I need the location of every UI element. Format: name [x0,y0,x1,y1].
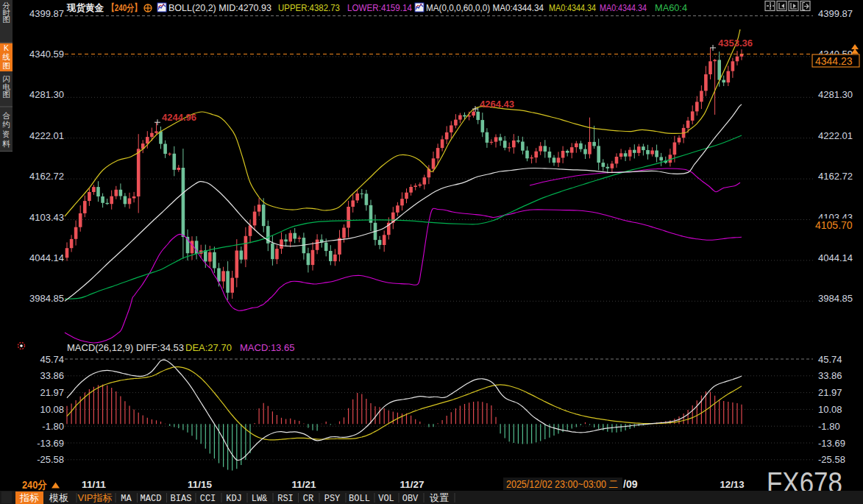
svg-text:33.86: 33.86 [818,370,842,381]
svg-text:【240分】: 【240分】 [107,2,141,13]
svg-text:11/21: 11/21 [292,479,316,490]
svg-text:-1.80: -1.80 [818,421,840,432]
svg-text:-13.69: -13.69 [37,438,64,449]
svg-text:11/15: 11/15 [188,479,212,490]
svg-text:CCI: CCI [200,494,216,504]
svg-text:设置: 设置 [430,492,449,503]
svg-text:现货黄金: 现货黄金 [66,2,104,13]
svg-text:45.74: 45.74 [818,354,842,365]
svg-text:3984.85: 3984.85 [818,293,853,304]
svg-text:10.08: 10.08 [818,404,842,415]
svg-text:图: 图 [2,90,10,99]
svg-text:LOWER:4159.14: LOWER:4159.14 [347,2,412,13]
svg-text:21.97: 21.97 [818,387,842,398]
svg-text:约: 约 [2,120,10,129]
svg-text:4162.72: 4162.72 [818,171,853,182]
svg-text:DEA:27.70: DEA:27.70 [185,342,232,353]
svg-text:11/27: 11/27 [400,479,425,490]
svg-text:/09: /09 [623,478,638,490]
svg-text:VOL: VOL [378,494,394,504]
svg-text:MA: MA [121,494,132,504]
svg-text:4244.96: 4244.96 [162,112,196,123]
svg-text:指标: 指标 [19,492,39,503]
svg-text:33.86: 33.86 [40,370,64,381]
svg-text:2025/12/02 23:00~03:00 二: 2025/12/02 23:00~03:00 二 [506,478,618,490]
svg-text:-1.80: -1.80 [42,421,64,432]
svg-text:线: 线 [2,52,10,61]
svg-text:BOLL(20,2) MID:4270.93: BOLL(20,2) MID:4270.93 [168,2,271,13]
svg-text:LW&: LW& [252,494,268,504]
svg-text:11/11: 11/11 [82,479,106,490]
svg-text:4162.72: 4162.72 [29,171,64,182]
svg-text:4344.23: 4344.23 [815,55,853,67]
svg-text:OBV: OBV [402,494,419,504]
svg-text:PSY: PSY [324,494,341,504]
svg-text:4222.01: 4222.01 [29,130,64,141]
svg-text:MA0:4344.34: MA0:4344.34 [549,2,596,13]
svg-text:4353.36: 4353.36 [718,38,753,49]
svg-text:MA(0,0,0,60,0,0) MA0:4344.34: MA(0,0,0,60,0,0) MA0:4344.34 [426,2,544,13]
svg-text:图: 图 [2,15,10,24]
svg-text:4222.01: 4222.01 [818,130,853,141]
svg-text:10.08: 10.08 [40,404,64,415]
svg-text:MA60:4: MA60:4 [655,2,687,13]
svg-text:VIP指标: VIP指标 [78,492,113,503]
svg-text:MACD: MACD [141,494,162,504]
svg-text:MACD(26,12,9) DIFF:34.53: MACD(26,12,9) DIFF:34.53 [67,342,184,353]
svg-text:CR: CR [303,494,313,504]
svg-text:4281.30: 4281.30 [29,89,64,100]
svg-text:RSI: RSI [277,494,294,504]
svg-text:4044.14: 4044.14 [29,252,64,263]
svg-text:图: 图 [2,61,10,70]
svg-text:4399.87: 4399.87 [29,8,64,19]
svg-text:45.74: 45.74 [40,354,64,365]
svg-text:3984.85: 3984.85 [29,293,64,304]
svg-text:MA0:4344.34: MA0:4344.34 [600,2,647,13]
svg-text:UPPER:4382.73: UPPER:4382.73 [278,2,340,13]
svg-text:MACD:13.65: MACD:13.65 [240,342,294,353]
svg-text:合: 合 [2,111,10,120]
svg-text:-25.58: -25.58 [818,454,845,465]
svg-text:料: 料 [2,139,10,148]
svg-text:-13.69: -13.69 [818,438,845,449]
svg-text:4340.59: 4340.59 [29,49,64,60]
svg-text:240分: 240分 [22,479,47,491]
svg-text:21.97: 21.97 [40,387,64,398]
svg-text:-25.58: -25.58 [37,454,64,465]
svg-text:4105.70: 4105.70 [815,219,853,231]
svg-text:K: K [4,43,9,52]
svg-text:4103.43: 4103.43 [29,212,64,223]
svg-text:模板: 模板 [49,492,68,503]
svg-text:KDJ: KDJ [226,494,242,504]
svg-text:4264.43: 4264.43 [480,99,514,110]
svg-text:BOLL: BOLL [349,494,370,504]
svg-text:资: 资 [2,129,10,138]
svg-text:BIAS: BIAS [171,494,192,504]
svg-text:4044.14: 4044.14 [818,252,853,263]
svg-text:12/13: 12/13 [720,479,745,490]
svg-text:4399.87: 4399.87 [818,8,853,19]
svg-text:4281.30: 4281.30 [818,89,853,100]
